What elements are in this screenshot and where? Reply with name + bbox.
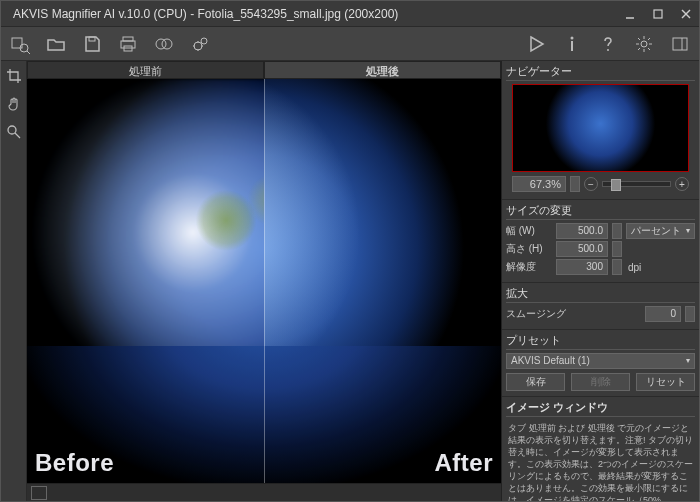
save-icon[interactable] (81, 33, 103, 55)
height-label: 高さ (H) (506, 242, 552, 256)
image-viewport[interactable]: Before After (27, 79, 501, 483)
info-text: タブ 処理前 および 処理後 で元のイメージと結果の表示を切り替えます。注意! … (506, 420, 695, 501)
res-unit: dpi (628, 262, 641, 273)
zoom-icon[interactable] (5, 123, 23, 141)
tab-after[interactable]: 処理後 (264, 61, 501, 79)
svg-rect-10 (123, 37, 133, 41)
svg-point-23 (8, 126, 16, 134)
hand-icon[interactable] (5, 95, 23, 113)
image-area: 処理前 処理後 Before After (27, 61, 501, 501)
preset-save-button[interactable]: 保存 (506, 373, 565, 391)
window-buttons (623, 7, 693, 21)
size-panel: サイズの変更 幅 (W) 500.0 パーセント▾ 高さ (H) 500.0 解… (502, 200, 699, 283)
batch-icon[interactable] (153, 33, 175, 55)
res-field[interactable]: 300 (556, 259, 608, 275)
zoom-stepper[interactable] (570, 176, 580, 192)
status-bar (27, 483, 501, 501)
preset-delete-button[interactable]: 削除 (571, 373, 630, 391)
main-row: 処理前 処理後 Before After ナビゲーター (1, 61, 699, 501)
svg-point-19 (607, 49, 609, 51)
zoom-out-button[interactable]: − (584, 177, 598, 191)
overlay-before: Before (35, 449, 114, 477)
svg-point-14 (162, 39, 172, 49)
info-header: イメージ ウィンドウ (506, 400, 695, 417)
svg-rect-21 (673, 38, 687, 50)
navigator-thumb[interactable] (512, 84, 689, 172)
crop-icon[interactable] (5, 67, 23, 85)
zoom-controls: 67.3% − + (506, 176, 695, 194)
open-icon[interactable] (45, 33, 67, 55)
zoom-in-button[interactable]: + (675, 177, 689, 191)
titlebar: AKVIS Magnifier AI v.10.0 (CPU) - Fotoli… (1, 1, 699, 27)
svg-rect-3 (654, 10, 662, 18)
svg-point-15 (194, 42, 202, 50)
right-panel: ナビゲーター 67.3% − + サイズの変更 幅 (W) 500.0 パーセン… (501, 61, 699, 501)
res-stepper[interactable] (612, 259, 622, 275)
enlarge-panel: 拡大 スムージング 0 (502, 283, 699, 330)
enlarge-header: 拡大 (506, 286, 695, 303)
svg-point-20 (641, 41, 647, 47)
svg-point-13 (156, 39, 166, 49)
close-button[interactable] (679, 7, 693, 21)
navigator-header: ナビゲーター (506, 64, 695, 81)
height-field[interactable]: 500.0 (556, 241, 608, 257)
preview-icon[interactable] (9, 33, 31, 55)
minimize-button[interactable] (623, 7, 637, 21)
preset-panel: プリセット AKVIS Default (1)▾ 保存 削除 リセット (502, 330, 699, 397)
split-line[interactable] (264, 79, 265, 483)
svg-line-8 (27, 51, 30, 54)
preset-reset-button[interactable]: リセット (636, 373, 695, 391)
zoom-value[interactable]: 67.3% (512, 176, 566, 192)
settings-icon[interactable] (633, 33, 655, 55)
preset-select[interactable]: AKVIS Default (1)▾ (506, 353, 695, 369)
smoothing-field[interactable]: 0 (645, 306, 681, 322)
info-icon[interactable] (561, 33, 583, 55)
unit-select[interactable]: パーセント▾ (626, 223, 695, 239)
res-label: 解像度 (506, 260, 552, 274)
width-label: 幅 (W) (506, 224, 552, 238)
svg-point-17 (571, 36, 574, 39)
help-icon[interactable] (597, 33, 619, 55)
overlay-after: After (434, 449, 493, 477)
svg-rect-11 (121, 41, 135, 48)
window-title: AKVIS Magnifier AI v.10.0 (CPU) - Fotoli… (13, 7, 617, 21)
smoothing-stepper[interactable] (685, 306, 695, 322)
app-window: AKVIS Magnifier AI v.10.0 (CPU) - Fotoli… (0, 0, 700, 502)
toolbar (1, 27, 699, 61)
width-stepper[interactable] (612, 223, 622, 239)
view-mode-button[interactable] (31, 486, 47, 500)
side-tools (1, 61, 27, 501)
print-icon[interactable] (117, 33, 139, 55)
width-field[interactable]: 500.0 (556, 223, 608, 239)
preset-header: プリセット (506, 333, 695, 350)
svg-line-24 (15, 133, 20, 138)
gears-icon[interactable] (189, 33, 211, 55)
zoom-slider[interactable] (602, 181, 671, 187)
navigator-panel: ナビゲーター 67.3% − + (502, 61, 699, 200)
tab-before[interactable]: 処理前 (27, 61, 264, 79)
size-header: サイズの変更 (506, 203, 695, 220)
panel-toggle-icon[interactable] (669, 33, 691, 55)
tab-row: 処理前 処理後 (27, 61, 501, 79)
svg-rect-18 (571, 41, 573, 51)
height-stepper[interactable] (612, 241, 622, 257)
svg-point-16 (201, 38, 207, 44)
maximize-button[interactable] (651, 7, 665, 21)
smoothing-label: スムージング (506, 307, 641, 321)
info-panel: イメージ ウィンドウ タブ 処理前 および 処理後 で元のイメージと結果の表示を… (502, 397, 699, 501)
run-icon[interactable] (525, 33, 547, 55)
